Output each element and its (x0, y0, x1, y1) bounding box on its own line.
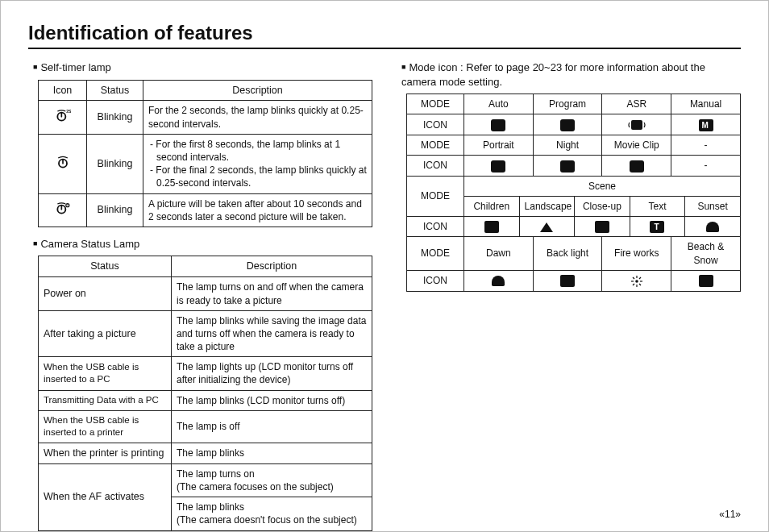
sunset-icon (685, 217, 741, 237)
table-row: 2S Blinking For the 2 seconds, the lamp … (39, 101, 372, 134)
row-label: MODE (407, 237, 464, 270)
mode-table: MODE Auto Program ASR Manual ICON (406, 94, 741, 291)
selftimer-heading: ■Self-timer lamp (33, 60, 372, 75)
table-row: When the AF activates The lamp turns on … (39, 463, 372, 497)
manual-icon (671, 114, 741, 135)
svg-line-11 (633, 277, 634, 279)
table-row: ICON (407, 217, 741, 237)
svg-line-14 (633, 284, 634, 285)
table-row: When the USB cable is inserted to a PC T… (39, 357, 372, 390)
svg-text:2S: 2S (66, 109, 71, 114)
page-number: «11» (719, 509, 741, 520)
scene-text: Text (630, 196, 685, 216)
mode-portrait: Portrait (464, 135, 534, 156)
table-row: MODE Scene (407, 176, 741, 196)
cell-desc: The lamp is off (172, 410, 372, 443)
row-label: MODE (407, 176, 464, 216)
mode-dash: - (671, 135, 741, 156)
row-label: ICON (407, 270, 464, 291)
table-row: Blinking - For the first 8 seconds, the … (39, 134, 372, 193)
scene-beachsnow: Beach & Snow (671, 237, 741, 270)
table-header-row: Status Description (39, 256, 372, 277)
table-row: ICON - (407, 156, 741, 176)
portrait-icon (464, 156, 534, 176)
table-row: When the printer is printing The lamp bl… (39, 443, 372, 463)
bullet-icon: ■ (33, 239, 37, 247)
landscape-icon (519, 217, 575, 237)
icon-dash: - (671, 156, 741, 176)
cell-desc: For the 2 seconds, the lamp blinks quick… (143, 101, 372, 134)
scene-landscape: Landscape (519, 196, 575, 216)
cell-desc: A picture will be taken after about 10 s… (143, 193, 372, 227)
table-header-row: Icon Status Description (39, 80, 372, 101)
table-row: Blinking A picture will be taken after a… (39, 193, 372, 227)
two-column-layout: ■Self-timer lamp Icon Status Description… (28, 60, 741, 532)
cell-status: Blinking (87, 193, 143, 227)
text-icon (630, 217, 685, 237)
cell-desc: The lamp blinks while saving the image d… (172, 310, 372, 357)
bullet-icon: ■ (33, 63, 37, 71)
table-row: ICON (407, 270, 741, 291)
cell-status: When the AF activates (39, 463, 172, 530)
row-label: ICON (407, 114, 464, 135)
svg-line-13 (639, 277, 641, 279)
cell-status: When the USB cable is inserted to a PC (39, 357, 172, 390)
scene-header: Scene (464, 176, 741, 196)
manual-page: Identification of features ■Self-timer l… (0, 0, 769, 532)
scene-dawn: Dawn (464, 237, 534, 270)
auto-icon (464, 114, 534, 135)
cell-status: Blinking (87, 134, 143, 193)
table-row: After taking a picture The lamp blinks w… (39, 310, 372, 357)
table-row: MODE Portrait Night Movie Clip - (407, 135, 741, 156)
mode-movieclip: Movie Clip (602, 135, 671, 156)
mode-manual: Manual (671, 94, 741, 114)
right-column: ■Mode icon : Refer to page 20~23 for mor… (397, 60, 741, 532)
table-row: ICON (407, 114, 741, 135)
mode-night: Night (533, 135, 602, 156)
row-label: MODE (407, 94, 464, 114)
scene-backlight: Back light (533, 237, 602, 270)
col-desc: Description (172, 256, 372, 277)
selftimer-table: Icon Status Description 2S Blinking For … (38, 80, 372, 227)
camstatus-heading: ■Camera Status Lamp (33, 237, 372, 251)
camstatus-table: Status Description Power on The lamp tur… (38, 256, 372, 530)
scene-closeup: Close-up (575, 196, 630, 216)
timer-2s-icon: 2S (39, 101, 87, 134)
mode-asr: ASR (602, 94, 671, 114)
cell-desc: The lamp lights up (LCD monitor turns of… (172, 357, 372, 390)
svg-line-12 (639, 284, 641, 285)
col-desc: Description (143, 80, 372, 101)
title-rule (28, 48, 741, 49)
cell-status: Power on (39, 277, 172, 310)
fireworks-icon (602, 270, 671, 291)
dawn-icon (464, 270, 534, 291)
cell-desc: The lamp blinks (172, 443, 372, 463)
col-status: Status (39, 256, 172, 277)
table-row: When the USB cable is inserted to a prin… (39, 410, 372, 443)
cell-status: Transmitting Data with a PC (39, 390, 172, 410)
scene-children: Children (464, 196, 520, 216)
cell-desc: The lamp turns on (The camera focuses on… (172, 463, 372, 497)
cell-status: Blinking (87, 101, 143, 134)
cell-desc: The lamp blinks (The camera doesn't focu… (172, 497, 372, 530)
scene-fireworks: Fire works (602, 237, 671, 270)
asr-icon (602, 114, 671, 135)
timer-10s-icon (39, 134, 87, 193)
backlight-icon (533, 270, 602, 291)
movieclip-icon (602, 156, 671, 176)
svg-point-6 (635, 280, 638, 283)
mode-auto: Auto (464, 94, 534, 114)
table-row: Power on The lamp turns on and off when … (39, 277, 372, 310)
cell-status: When the printer is printing (39, 443, 172, 463)
cell-desc: The lamp blinks (LCD monitor turns off) (172, 390, 372, 410)
left-column: ■Self-timer lamp Icon Status Description… (28, 60, 372, 532)
mode-program: Program (533, 94, 602, 114)
cell-status: After taking a picture (39, 310, 172, 357)
cell-status: When the USB cable is inserted to a prin… (39, 410, 172, 443)
row-label: ICON (407, 156, 464, 176)
night-icon (533, 156, 602, 176)
scene-sunset: Sunset (685, 196, 741, 216)
row-label: ICON (407, 217, 464, 237)
row-label: MODE (407, 135, 464, 156)
children-icon (464, 217, 520, 237)
